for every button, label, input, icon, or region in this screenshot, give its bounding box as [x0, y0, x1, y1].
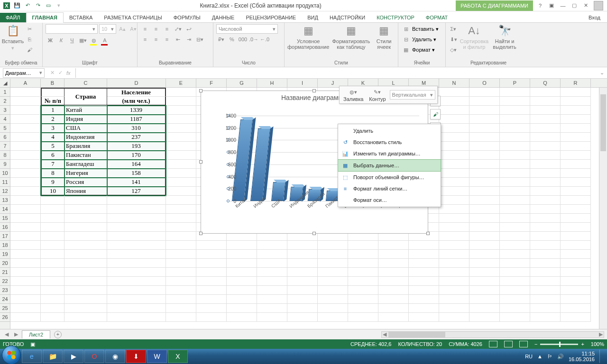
cell[interactable]: [10, 124, 41, 133]
ctx-reset-style[interactable]: ↺Восстановить стиль: [338, 136, 441, 148]
new-icon[interactable]: ▭: [45, 2, 52, 9]
cancel-formula-icon[interactable]: ✕: [50, 70, 55, 76]
resize-handle[interactable]: [313, 232, 316, 235]
tab-review[interactable]: РЕЦЕНЗИРОВАНИЕ: [240, 13, 302, 22]
cell[interactable]: [166, 286, 196, 295]
ctx-rotate-3d[interactable]: ⬚Поворот объемной фигуры…: [338, 172, 441, 183]
cell[interactable]: [530, 115, 561, 124]
cell[interactable]: [409, 313, 439, 322]
cell[interactable]: [409, 241, 439, 250]
cell[interactable]: [227, 268, 257, 277]
fill-button[interactable]: ◍▾Заливка: [341, 88, 365, 102]
cell[interactable]: [257, 259, 287, 268]
cell[interactable]: [10, 169, 41, 178]
lang-indicator[interactable]: RU: [525, 354, 533, 359]
row-header[interactable]: 22: [0, 277, 10, 286]
cell[interactable]: [41, 277, 64, 286]
cell[interactable]: [561, 304, 591, 313]
cell[interactable]: [41, 88, 64, 97]
cell[interactable]: [41, 268, 64, 277]
cell[interactable]: [561, 205, 591, 214]
tab-insert[interactable]: ВСТАВКА: [64, 13, 98, 22]
tab-data[interactable]: ДАННЫЕ: [206, 13, 240, 22]
cell[interactable]: [318, 241, 348, 250]
cell[interactable]: [469, 151, 500, 160]
cell[interactable]: [469, 313, 500, 322]
align-top-icon[interactable]: ≡: [140, 24, 150, 34]
cell[interactable]: [287, 295, 318, 304]
cell[interactable]: [439, 214, 469, 223]
cell[interactable]: Нигерия: [64, 169, 107, 178]
cell[interactable]: [287, 313, 318, 322]
row-header[interactable]: 12: [0, 187, 10, 196]
cell[interactable]: [439, 313, 469, 322]
cell[interactable]: [10, 241, 41, 250]
row-header[interactable]: 20: [0, 259, 10, 268]
fx-icon[interactable]: fx: [66, 70, 71, 76]
cell[interactable]: [530, 232, 561, 241]
scrollbar-thumb[interactable]: [600, 94, 606, 151]
cell[interactable]: [530, 286, 561, 295]
accept-formula-icon[interactable]: ✓: [58, 70, 63, 76]
macro-record-icon[interactable]: ▣: [30, 341, 35, 347]
cell[interactable]: [500, 304, 530, 313]
cell[interactable]: [166, 178, 196, 187]
taskbar-excel[interactable]: X: [168, 350, 188, 363]
fill-icon[interactable]: ⬇▾: [449, 35, 458, 44]
cell[interactable]: 1187: [107, 115, 166, 124]
cell[interactable]: [500, 187, 530, 196]
cell[interactable]: [561, 160, 591, 169]
cell[interactable]: 141: [107, 178, 166, 187]
taskbar-mediaplayer[interactable]: ▶: [64, 350, 83, 363]
cell[interactable]: [378, 250, 409, 259]
cell[interactable]: [561, 250, 591, 259]
copy-icon[interactable]: ⎘: [25, 35, 34, 44]
cell[interactable]: [10, 115, 41, 124]
cell[interactable]: [107, 304, 166, 313]
cell[interactable]: [378, 313, 409, 322]
row-header[interactable]: 16: [0, 223, 10, 232]
cell[interactable]: [41, 259, 64, 268]
cell[interactable]: [107, 205, 166, 214]
cell[interactable]: [500, 205, 530, 214]
cell[interactable]: [561, 259, 591, 268]
cell[interactable]: [166, 124, 196, 133]
col-header[interactable]: C: [64, 79, 107, 87]
cell[interactable]: Бразилия: [64, 142, 107, 151]
cell[interactable]: [166, 106, 196, 115]
add-sheet-button[interactable]: +: [54, 331, 62, 338]
ctx-gridlines-format[interactable]: ≡Формат линий сетки…: [338, 183, 441, 194]
horizontal-scrollbar[interactable]: ◀ ▶: [381, 331, 604, 338]
scroll-right-icon[interactable]: ▶: [599, 331, 603, 337]
cell[interactable]: [10, 214, 41, 223]
cell[interactable]: [166, 232, 196, 241]
cell[interactable]: [439, 142, 469, 151]
cell[interactable]: [530, 250, 561, 259]
undo-icon[interactable]: ↶: [24, 2, 31, 9]
col-header[interactable]: E: [166, 79, 196, 87]
cell[interactable]: [561, 178, 591, 187]
row-header[interactable]: 25: [0, 304, 10, 313]
cell[interactable]: [166, 250, 196, 259]
vertical-scrollbar[interactable]: [599, 88, 607, 329]
cell[interactable]: [561, 286, 591, 295]
cell[interactable]: 6: [41, 151, 64, 160]
delete-cells-button[interactable]: ⊟Удалить ▾: [401, 35, 436, 44]
cell[interactable]: [469, 178, 500, 187]
ctx-select-data[interactable]: ▦Выбрать данные…: [338, 159, 441, 172]
tab-file[interactable]: ФАЙЛ: [0, 13, 26, 22]
cell[interactable]: [469, 106, 500, 115]
currency-icon[interactable]: ₽▾: [216, 35, 226, 44]
cell[interactable]: [107, 286, 166, 295]
cell[interactable]: [318, 250, 348, 259]
cell[interactable]: [10, 277, 41, 286]
cell[interactable]: [166, 151, 196, 160]
cell[interactable]: [469, 133, 500, 142]
cell[interactable]: [348, 295, 378, 304]
cell[interactable]: [469, 241, 500, 250]
thousands-icon[interactable]: 000: [238, 35, 248, 44]
cell[interactable]: [530, 187, 561, 196]
percent-icon[interactable]: %: [227, 35, 237, 44]
row-header[interactable]: 17: [0, 232, 10, 241]
cell[interactable]: [64, 286, 107, 295]
